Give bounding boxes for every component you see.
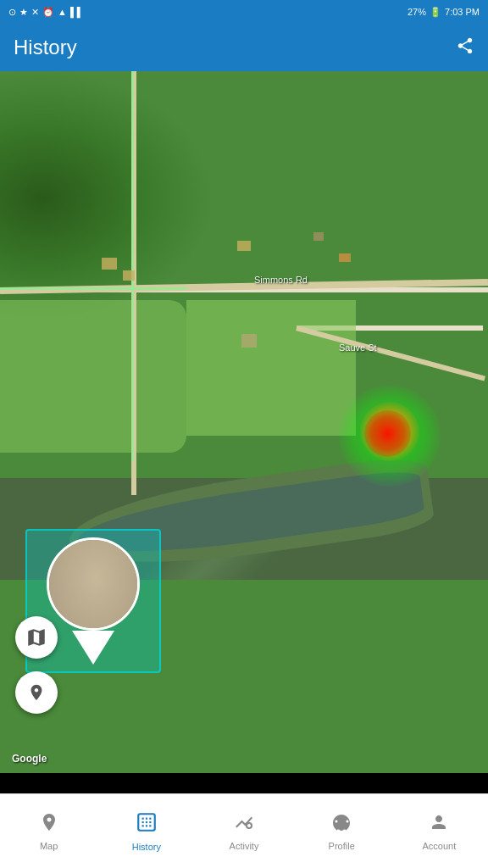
building-3 — [237, 241, 251, 251]
pet-avatar — [47, 537, 140, 631]
share-button[interactable] — [456, 36, 474, 59]
app-header: History — [0, 24, 488, 71]
profile-nav-icon — [331, 812, 352, 837]
svg-point-10 — [247, 823, 252, 828]
heatmap-overlay — [339, 385, 441, 487]
account-nav-icon — [429, 812, 449, 837]
sauve-st-label: Sauve St — [339, 342, 377, 353]
nav-item-account[interactable]: Account — [391, 794, 488, 868]
svg-rect-1 — [141, 817, 143, 819]
svg-rect-9 — [149, 825, 151, 826]
mute-status-icon: ✕ — [31, 7, 39, 18]
building-1 — [102, 258, 117, 270]
building-2 — [123, 270, 135, 281]
wifi-status-icon: ▲ — [58, 7, 67, 17]
google-attribution: Google — [12, 753, 47, 765]
account-nav-label: Account — [423, 841, 457, 851]
status-icons-left: ⊙ ★ ✕ ⏰ ▲ ▌▌ — [8, 7, 83, 18]
location-status-icon: ⊙ — [8, 7, 16, 18]
simmons-rd-label: Simmons Rd — [254, 275, 308, 285]
nav-item-activity[interactable]: Activity — [195, 794, 292, 868]
pet-photo — [49, 540, 137, 628]
status-bar: ⊙ ★ ✕ ⏰ ▲ ▌▌ 27% 🔋 7:03 PM — [0, 0, 488, 24]
nav-item-history[interactable]: History — [97, 794, 195, 868]
building-5 — [339, 253, 351, 262]
building-6 — [241, 334, 257, 348]
map-view[interactable]: Simmons Rd Sauve St Google — [0, 71, 488, 773]
pin-tail — [72, 631, 114, 665]
pin-shape — [42, 537, 144, 665]
svg-rect-8 — [146, 825, 147, 826]
map-nav-label: Map — [40, 841, 58, 851]
map-layers-button[interactable] — [15, 616, 58, 659]
field-area-1 — [0, 300, 186, 453]
my-location-button[interactable] — [15, 671, 58, 714]
time-display: 7:03 PM — [445, 7, 480, 17]
map-nav-icon — [39, 812, 59, 837]
battery-icon: 🔋 — [430, 7, 441, 18]
svg-rect-4 — [141, 821, 143, 822]
status-icons-right: 27% 🔋 7:03 PM — [408, 7, 480, 18]
bottom-navigation: Map History Acti — [0, 793, 488, 868]
alarm-status-icon: ⏰ — [42, 7, 54, 18]
history-nav-label: History — [132, 842, 161, 852]
activity-nav-icon — [234, 812, 254, 837]
profile-nav-label: Profile — [329, 841, 355, 851]
nav-item-profile[interactable]: Profile — [293, 794, 391, 868]
heatmap-red — [364, 410, 411, 457]
nav-item-map[interactable]: Map — [0, 794, 97, 868]
path-horizontal — [0, 287, 186, 290]
svg-rect-7 — [141, 825, 143, 826]
signal-status-icon: ▌▌ — [70, 7, 84, 17]
activity-nav-label: Activity — [230, 841, 259, 851]
svg-rect-6 — [149, 821, 151, 822]
building-4 — [313, 232, 324, 241]
path-vertical — [131, 71, 134, 461]
battery-percent: 27% — [408, 7, 426, 17]
page-title: History — [14, 36, 77, 59]
bluetooth-status-icon: ★ — [19, 7, 28, 18]
history-nav-icon — [136, 811, 158, 838]
field-area-2 — [186, 300, 356, 436]
svg-rect-5 — [146, 821, 147, 822]
svg-rect-3 — [149, 817, 151, 819]
svg-rect-2 — [146, 817, 147, 819]
